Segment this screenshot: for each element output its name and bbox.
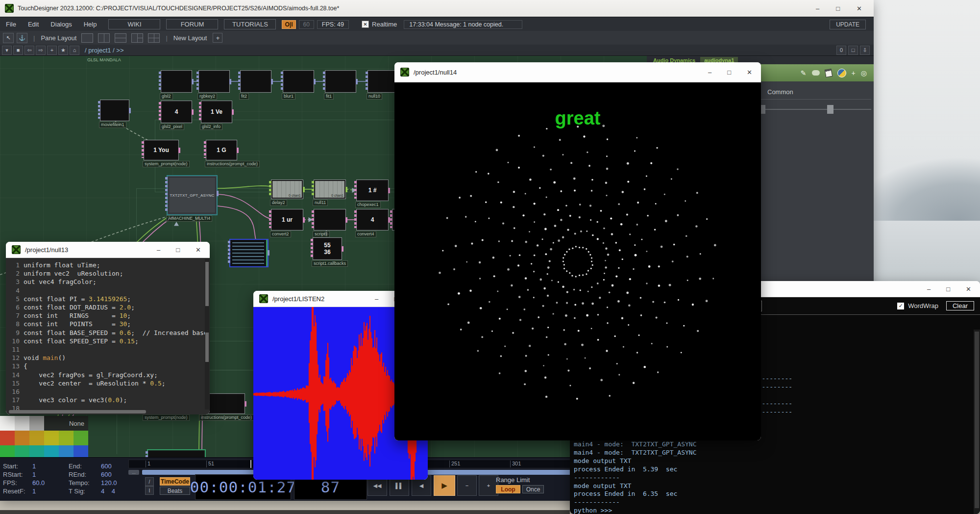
add-parameter-icon[interactable]: +: [852, 70, 856, 77]
pane-layout-threeway[interactable]: [131, 33, 143, 43]
color-swatch[interactable]: [29, 431, 44, 445]
node-moviefilein1[interactable]: moviefilein1: [100, 100, 129, 121]
increment-button[interactable]: +: [479, 475, 498, 496]
node-instructions(prompt_code)[interactable]: 1 Ginstructions(prompt_code): [206, 140, 237, 160]
color-none-button[interactable]: None: [44, 416, 88, 431]
node-unnamed-20[interactable]: [229, 239, 269, 267]
node-glsl2_pixel[interactable]: 4glsl2_pixel: [161, 101, 192, 123]
console-scrollbar[interactable]: [974, 330, 980, 514]
menu-dialogs[interactable]: Dialogs: [45, 21, 77, 28]
dock-down-icon[interactable]: ⇩: [860, 46, 870, 55]
menu-file[interactable]: File: [0, 21, 22, 28]
node-AIMACHINE_MULTI4[interactable]: TXT2TXT_GPT_ASYNCAIMACHINE_MULTI4: [167, 175, 218, 215]
node-rgbkey2[interactable]: rgbkey2: [198, 70, 230, 93]
color-swatch[interactable]: [15, 416, 29, 431]
node-convert2[interactable]: 1 urconvert2: [271, 209, 303, 231]
close-icon[interactable]: ✕: [966, 285, 971, 293]
timeline-scroll-dots[interactable]: …: [128, 470, 139, 475]
node-glsl2[interactable]: glsl2: [161, 70, 192, 93]
maximize-icon[interactable]: □: [836, 5, 840, 12]
forward-icon[interactable]: ⇨: [36, 46, 46, 55]
color-swatch[interactable]: [74, 431, 88, 445]
null14-titlebar[interactable]: /project1/null14 – □ ✕: [394, 62, 761, 82]
wordwrap-checkbox[interactable]: ✓: [897, 303, 904, 309]
null13-titlebar[interactable]: /project1/null13 – □ ✕: [6, 242, 210, 258]
independent-button[interactable]: I: [145, 486, 154, 495]
pane-maximize-icon[interactable]: □: [848, 46, 858, 55]
minimize-icon[interactable]: –: [708, 69, 711, 76]
node-blur1[interactable]: blur1: [283, 70, 314, 93]
stop-icon[interactable]: ■: [13, 46, 23, 55]
popout-icon[interactable]: ↖: [3, 33, 14, 43]
code-vscrollbar[interactable]: [205, 259, 209, 410]
breadcrumb[interactable]: / project1 / >>: [85, 47, 124, 54]
star-icon[interactable]: ★: [58, 46, 68, 55]
pane-layout-hsplit[interactable]: [115, 33, 126, 43]
play-button[interactable]: ▶: [434, 475, 455, 496]
color-swatch[interactable]: [44, 431, 59, 445]
chevron-down-icon[interactable]: ▾: [2, 46, 12, 55]
comment-icon[interactable]: [812, 70, 820, 76]
color-swatch[interactable]: [59, 431, 74, 445]
link-forum[interactable]: FORUM: [166, 19, 218, 29]
decrement-button[interactable]: −: [457, 475, 477, 496]
home-icon[interactable]: ⌂: [70, 46, 79, 55]
node-thumbnail: [232, 242, 264, 264]
playhead[interactable]: [250, 460, 251, 468]
node-chopexec1[interactable]: 1 #chopexec1: [356, 180, 389, 201]
update-button[interactable]: UPDATE: [830, 20, 866, 29]
minimize-icon[interactable]: –: [157, 246, 160, 254]
node-delay2[interactable]: 0 chan1delay2: [271, 180, 303, 199]
oi-indicator[interactable]: O|I: [282, 20, 295, 29]
maximize-icon[interactable]: □: [727, 69, 731, 76]
close-icon[interactable]: ✕: [857, 5, 862, 12]
node-fit1[interactable]: fit1: [325, 70, 356, 93]
clipboard-icon[interactable]: [824, 68, 833, 77]
color-swatch[interactable]: [29, 416, 44, 431]
node-fit2[interactable]: fit2: [240, 70, 271, 93]
color-swatch[interactable]: [0, 431, 15, 445]
slider-handle[interactable]: [827, 105, 833, 114]
pane-layout-vsplit[interactable]: [98, 33, 110, 43]
beats-mode-button[interactable]: Beats: [160, 487, 190, 495]
tab-common[interactable]: Common: [767, 88, 793, 96]
close-icon[interactable]: ✕: [747, 69, 752, 76]
loop-button[interactable]: Loop: [496, 485, 520, 493]
menu-help[interactable]: Help: [78, 21, 103, 28]
color-swatch[interactable]: [15, 431, 29, 445]
glsl-code-viewer[interactable]: 1uniform float uTime;2uniform vec2 uReso…: [6, 258, 210, 414]
parameter-slider[interactable]: [760, 105, 871, 114]
once-button[interactable]: Once: [522, 485, 544, 493]
minimize-icon[interactable]: –: [927, 285, 931, 293]
timecode-mode-button[interactable]: TimeCode: [160, 477, 190, 486]
minimize-icon[interactable]: –: [816, 5, 819, 12]
anchor-icon[interactable]: ⚓: [17, 33, 27, 43]
node-null11[interactable]: 0 chan1null11: [314, 180, 346, 199]
back-icon[interactable]: ⇦: [24, 46, 34, 55]
menu-edit[interactable]: Edit: [22, 21, 45, 28]
maximize-icon[interactable]: □: [946, 285, 950, 293]
link-tutorials[interactable]: TUTORIALS: [224, 19, 276, 29]
node-script1.callbacks[interactable]: 5536script1.callbacks: [313, 237, 342, 260]
minimize-icon[interactable]: –: [375, 295, 378, 303]
slash-button[interactable]: /: [145, 477, 154, 486]
close-icon[interactable]: ✕: [196, 246, 201, 254]
realtime-toggle[interactable]: ✕ Realtime: [362, 21, 397, 28]
link-wiki[interactable]: WIKI: [108, 19, 160, 29]
node-system_prompt(node)[interactable]: 1 Yousystem_prompt(node): [144, 140, 179, 160]
target-icon[interactable]: ◎: [861, 70, 867, 77]
node-script1[interactable]: script1: [314, 209, 346, 231]
pane-layout-single[interactable]: [81, 33, 93, 43]
maximize-icon[interactable]: □: [176, 246, 180, 254]
clear-button[interactable]: Clear: [946, 301, 974, 310]
python-icon[interactable]: [837, 69, 846, 77]
add-bookmark-icon[interactable]: +: [47, 46, 57, 55]
code-hscrollbar[interactable]: [9, 410, 146, 413]
pane-layout-quad[interactable]: [148, 33, 160, 43]
realtime-checkbox-icon[interactable]: ✕: [362, 21, 369, 28]
add-layout-button[interactable]: +: [213, 33, 222, 43]
node-glsl2_info[interactable]: 1 Veglsl2_info: [201, 101, 232, 123]
color-swatch[interactable]: [0, 416, 15, 431]
node-convert4[interactable]: 4convert4: [356, 209, 389, 231]
pencil-icon[interactable]: ✎: [801, 70, 807, 77]
